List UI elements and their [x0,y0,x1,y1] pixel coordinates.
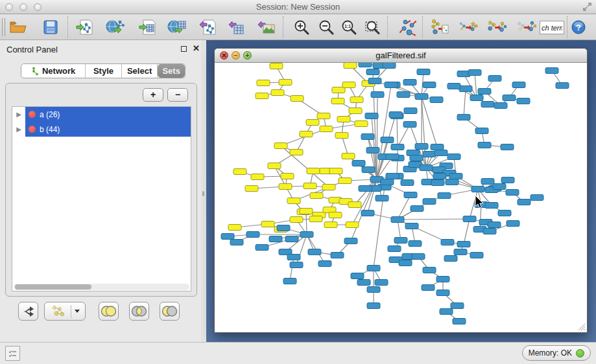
graph-node[interactable] [307,168,320,174]
graph-node[interactable] [287,198,300,204]
graph-node[interactable] [342,82,355,88]
graph-node[interactable] [436,277,449,282]
graph-node[interactable] [221,234,234,240]
graph-node[interactable] [281,174,294,179]
graph-node[interactable] [507,221,519,227]
graph-node[interactable] [317,113,330,119]
graph-node[interactable] [383,63,396,69]
graph-node[interactable] [478,89,491,95]
graph-node[interactable] [290,150,303,155]
split-set-button[interactable] [18,302,38,321]
graph-node[interactable] [423,152,436,157]
graph-node[interactable] [375,196,388,201]
graph-node[interactable] [331,98,344,104]
graph-node[interactable] [415,144,428,150]
graph-node[interactable] [245,186,258,192]
export-table-button[interactable] [226,17,246,37]
graph-node[interactable] [478,142,491,148]
graph-node[interactable] [344,238,357,244]
graph-node[interactable] [457,115,470,120]
graph-node[interactable] [306,120,319,126]
graph-node[interactable] [355,121,368,127]
graph-node[interactable] [463,216,476,222]
zoom-actual-size-button[interactable]: 1:1 [339,17,359,37]
graph-node[interactable] [481,179,494,185]
graph-node[interactable] [300,131,313,137]
apply-preferred-layout-button[interactable] [399,17,418,37]
graph-node[interactable] [342,154,355,159]
graph-node[interactable] [291,96,304,102]
panel-splitter[interactable] [201,40,206,342]
graph-node[interactable] [271,90,284,96]
graph-node[interactable] [367,266,380,271]
graph-node[interactable] [506,190,519,196]
graph-node[interactable] [431,180,444,186]
graph-node[interactable] [256,93,268,99]
graph-node[interactable] [287,255,300,260]
graph-node[interactable] [410,155,423,161]
task-history-button[interactable] [5,346,20,361]
graph-node[interactable] [367,303,380,309]
graph-node[interactable] [367,287,380,293]
graph-node[interactable] [324,222,337,228]
graph-node[interactable] [545,68,558,74]
graph-node[interactable] [447,154,460,160]
graph-node[interactable] [457,242,470,247]
graph-node[interactable] [447,84,460,89]
frame-minimize-button[interactable]: − [232,51,240,60]
toolbar-drag-handle[interactable] [2,18,5,36]
import-table-url-button[interactable] [167,17,187,37]
graph-node[interactable] [368,78,381,84]
import-table-file-button[interactable] [137,17,157,37]
graph-node[interactable] [446,179,459,185]
network-frame-titlebar[interactable]: ✕ − + galFiltered.sif [215,49,587,63]
graph-node[interactable] [415,94,428,100]
graph-node[interactable] [381,179,394,185]
zoom-fit-selected-button[interactable] [363,17,383,37]
graph-node[interactable] [350,97,363,103]
graph-node[interactable] [481,102,494,108]
graph-node[interactable] [436,290,449,296]
list-item[interactable]: ▶ b (44) [12,122,191,137]
graph-node[interactable] [366,69,379,75]
graph-node[interactable] [493,184,506,190]
graph-node[interactable] [441,240,454,245]
graph-node[interactable] [352,161,365,166]
graph-node[interactable] [283,279,296,284]
import-network-url-button[interactable] [106,17,125,37]
graph-node[interactable] [394,238,407,244]
graph-node[interactable] [494,103,507,109]
graph-node[interactable] [329,168,342,174]
graph-node[interactable] [556,83,569,89]
graph-node[interactable] [468,70,481,76]
frame-maximize-button[interactable]: + [243,51,252,60]
graph-node[interactable] [381,137,394,143]
graph-node[interactable] [488,76,501,82]
graph-node[interactable] [403,122,416,128]
export-image-button[interactable] [256,17,276,37]
graph-node[interactable] [268,163,281,169]
graph-node[interactable] [365,113,378,119]
graph-node[interactable] [422,285,435,291]
graph-node[interactable] [246,232,259,238]
create-set-from-network-button[interactable] [44,302,86,321]
graph-node[interactable] [438,193,451,199]
horizontal-scrollbar[interactable] [14,284,189,290]
network-difference-button[interactable] [487,17,507,37]
graph-node[interactable] [269,236,282,242]
zoom-out-button[interactable] [316,17,336,37]
graph-node[interactable] [290,217,303,223]
graph-node[interactable] [423,267,436,273]
graph-node[interactable] [279,80,292,85]
save-session-button[interactable] [41,17,60,37]
tab-style[interactable]: Style [86,64,122,78]
graph-node[interactable] [391,217,404,223]
graph-node[interactable] [488,222,501,228]
graph-node[interactable] [348,202,361,208]
graph-node[interactable] [300,209,313,214]
set-difference-button[interactable] [160,302,180,321]
graph-node[interactable] [230,240,243,245]
resize-grip-icon[interactable] [578,323,586,331]
graph-node[interactable] [285,236,298,242]
graph-node[interactable] [409,241,422,247]
